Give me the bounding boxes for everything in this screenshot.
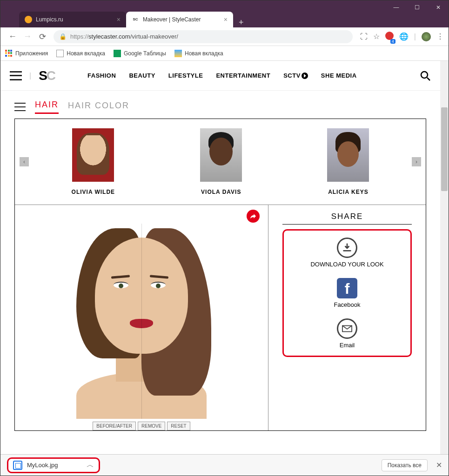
search-icon[interactable] — [420, 70, 431, 81]
share-icon[interactable] — [247, 210, 260, 223]
window-maximize[interactable]: ☐ — [407, 0, 428, 14]
celeb-olivia-wilde[interactable]: OLIVIA WILDE — [72, 128, 115, 195]
download-look-button[interactable]: DOWNLOAD YOUR LOOK — [288, 238, 406, 268]
close-icon[interactable]: × — [224, 16, 228, 23]
tab-hair-color[interactable]: HAIR COLOR — [68, 101, 129, 113]
share-email-button[interactable]: Email — [288, 318, 406, 349]
nav-sctv[interactable]: SCTV — [283, 72, 308, 79]
file-icon — [13, 461, 22, 470]
svg-line-1 — [427, 78, 430, 80]
avatar[interactable] — [422, 32, 431, 41]
globe-icon[interactable]: 🌐 — [399, 32, 409, 41]
celeb-viola-davis[interactable]: VIOLA DAVIS — [200, 128, 242, 195]
site-header: | SC FASHION BEAUTY LIFESTYLE ENTERTAINM… — [0, 61, 440, 91]
chevron-up-icon[interactable]: ︿ — [87, 460, 94, 470]
bookmark-newtab-2[interactable]: Новая вкладка — [174, 50, 223, 57]
show-all-downloads[interactable]: Показать все — [382, 459, 428, 471]
nav-entertainment[interactable]: ENTERTAINMENT — [216, 72, 270, 79]
celeb-thumb — [72, 128, 114, 182]
email-icon — [337, 318, 357, 339]
carousel-next[interactable]: › — [412, 157, 421, 166]
bookmark-sheets[interactable]: Google Таблицы — [114, 50, 166, 57]
download-chip[interactable]: MyLook.jpg ︿ — [7, 457, 100, 473]
nav-lifestyle[interactable]: LIFESTYLE — [168, 72, 203, 79]
window-titlebar: — ☐ ✕ Lumpics.ru × SC Makeover | StyleCa… — [0, 0, 449, 27]
lock-icon: 🔒 — [59, 33, 67, 40]
browser-tab-stylecaster[interactable]: SC Makeover | StyleCaster × — [126, 12, 233, 27]
reset-button[interactable]: RESET — [167, 422, 190, 430]
translate-icon[interactable]: ⛶ — [360, 33, 368, 41]
scrollbar[interactable] — [440, 61, 449, 454]
reload-button[interactable]: ⟳ — [35, 29, 50, 44]
extension-badge[interactable]: 4 — [385, 32, 394, 42]
svg-point-0 — [421, 72, 428, 78]
site-logo[interactable]: SC — [39, 68, 55, 83]
back-button[interactable]: ← — [5, 29, 20, 44]
tab-title: Lumpics.ru — [36, 16, 113, 23]
celeb-alicia-keys[interactable]: ALICIA KEYS — [327, 128, 369, 195]
apps-button[interactable]: Приложения — [5, 50, 48, 57]
new-tab-button[interactable]: + — [233, 18, 249, 27]
close-icon[interactable]: × — [117, 16, 121, 23]
browser-tab-lumpics[interactable]: Lumpics.ru × — [19, 12, 126, 27]
makeover-preview: BEFORE/AFTER REMOVE RESET — [15, 205, 268, 430]
address-bar: ← → ⟳ 🔒 https://stylecaster.com/virtual-… — [0, 27, 449, 46]
window-close[interactable]: ✕ — [428, 0, 449, 14]
favicon — [25, 16, 32, 23]
app-menu-icon[interactable] — [14, 103, 26, 111]
close-icon[interactable]: ✕ — [436, 461, 442, 469]
nav-shemedia[interactable]: SHE MEDIA — [321, 72, 357, 79]
bookmark-newtab-1[interactable]: Новая вкладка — [56, 50, 105, 57]
download-bar: MyLook.jpg ︿ Показать все ✕ — [0, 454, 449, 476]
share-facebook-button[interactable]: f Facebook — [288, 278, 406, 308]
menu-icon[interactable] — [10, 71, 22, 80]
carousel-prev[interactable]: ‹ — [20, 157, 29, 166]
before-after-button[interactable]: BEFORE/AFTER — [93, 422, 136, 430]
play-icon — [302, 73, 308, 79]
download-icon — [337, 238, 357, 258]
facebook-icon: f — [337, 278, 357, 298]
celeb-thumb — [327, 128, 369, 182]
remove-button[interactable]: REMOVE — [138, 422, 165, 430]
celeb-thumb — [200, 128, 242, 182]
share-title: SHARE — [282, 212, 412, 225]
page-icon — [56, 50, 64, 57]
menu-icon[interactable]: ⋮ — [436, 32, 444, 41]
apps-icon — [5, 50, 13, 57]
url-input[interactable]: 🔒 https://stylecaster.com/virtual-makeov… — [54, 30, 353, 43]
bookmarks-bar: Приложения Новая вкладка Google Таблицы … — [0, 46, 449, 61]
star-icon[interactable]: ☆ — [373, 32, 380, 41]
favicon: SC — [132, 16, 139, 23]
image-icon — [174, 50, 182, 57]
window-minimize[interactable]: — — [386, 0, 407, 14]
sheets-icon — [114, 50, 121, 57]
forward-button[interactable]: → — [20, 29, 35, 44]
nav-fashion[interactable]: FASHION — [87, 72, 116, 79]
download-filename: MyLook.jpg — [27, 462, 58, 469]
nav-beauty[interactable]: BEAUTY — [129, 72, 155, 79]
tab-title: Makeover | StyleCaster — [143, 16, 220, 23]
tab-hair[interactable]: HAIR — [35, 100, 59, 114]
